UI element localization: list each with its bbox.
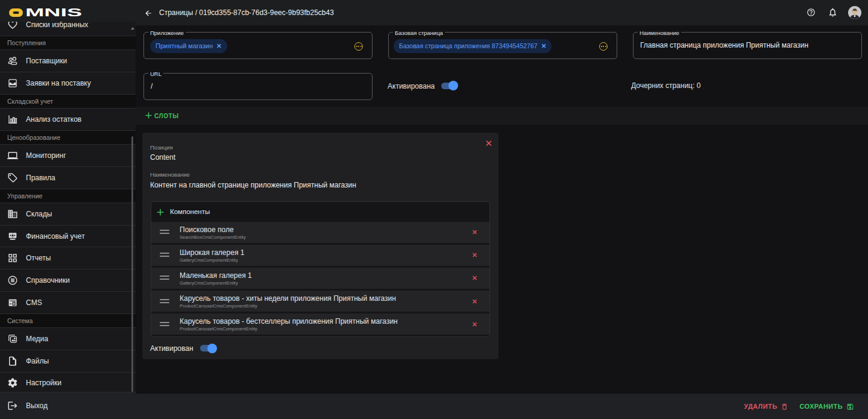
svg-text:MNIS: MNIS [25,8,82,17]
